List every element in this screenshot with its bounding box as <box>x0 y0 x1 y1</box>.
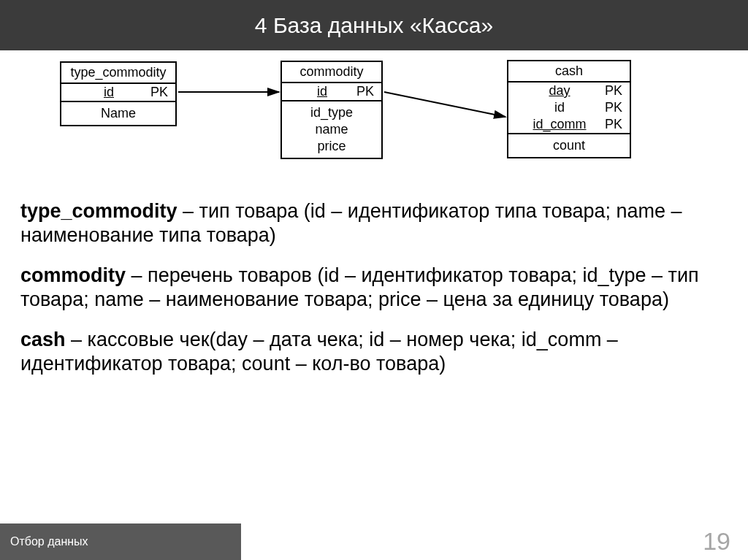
entity-key-row: id PK <box>282 83 381 100</box>
entity-header: cash <box>508 61 630 83</box>
entity-keys: id PK <box>282 83 381 101</box>
relation-arrow <box>384 92 505 117</box>
entity-cash: cash day PK id PK id_comm PK count <box>507 60 631 158</box>
desc-term: commodity <box>20 264 126 286</box>
desc-commodity: commodity – перечень товаров (id – идент… <box>20 264 722 312</box>
footer: Отбор данных 19 <box>0 523 748 560</box>
attr: name <box>289 121 374 138</box>
slide: 4 База данных «Касса» type_commodity id … <box>0 0 748 560</box>
field-key: PK <box>603 117 622 132</box>
attr: price <box>289 138 374 155</box>
slide-title-bar: 4 База данных «Касса» <box>0 0 748 50</box>
desc-cash: cash – кассовые чек(day – дата чека; id … <box>20 328 722 376</box>
page-number: 19 <box>703 527 730 556</box>
entity-key-row: id_comm PK <box>508 116 630 133</box>
entity-keys: id PK <box>61 84 175 102</box>
attr: id_type <box>289 104 374 121</box>
field-name: day <box>516 83 603 99</box>
footer-label-box: Отбор данных <box>0 523 241 560</box>
entity-key-row: day PK <box>508 83 630 99</box>
footer-label: Отбор данных <box>10 535 88 548</box>
entity-type-commodity: type_commodity id PK Name <box>60 61 177 126</box>
entity-header: type_commodity <box>61 63 175 84</box>
entity-header: commodity <box>282 62 381 83</box>
desc-term: type_commodity <box>20 200 178 222</box>
entity-commodity: commodity id PK id_type name price <box>280 61 383 159</box>
desc-text: – кассовые чек(day – дата чека; id – ном… <box>20 329 618 375</box>
descriptions: type_commodity – тип товара (id – иденти… <box>20 199 722 392</box>
desc-term: cash <box>20 329 66 350</box>
field-name: id <box>516 100 603 115</box>
field-name: id <box>69 85 149 100</box>
entity-attrs: count <box>508 134 630 157</box>
entity-attrs: id_type name price <box>282 101 381 158</box>
field-name: id <box>289 84 355 99</box>
desc-type-commodity: type_commodity – тип товара (id – иденти… <box>20 199 722 248</box>
attr: Name <box>69 105 168 122</box>
entity-keys: day PK id PK id_comm PK <box>508 83 630 134</box>
field-key: PK <box>603 83 622 99</box>
attr: count <box>516 137 622 154</box>
entity-key-row: id PK <box>61 84 175 101</box>
slide-title: 4 База данных «Касса» <box>255 13 493 38</box>
field-key: PK <box>603 100 622 115</box>
field-key: PK <box>355 84 374 99</box>
field-name: id_comm <box>516 117 603 132</box>
entity-attrs: Name <box>61 102 175 125</box>
field-key: PK <box>149 85 168 100</box>
er-diagram: type_commodity id PK Name commodity id P… <box>0 53 748 188</box>
entity-key-row: id PK <box>508 99 630 116</box>
